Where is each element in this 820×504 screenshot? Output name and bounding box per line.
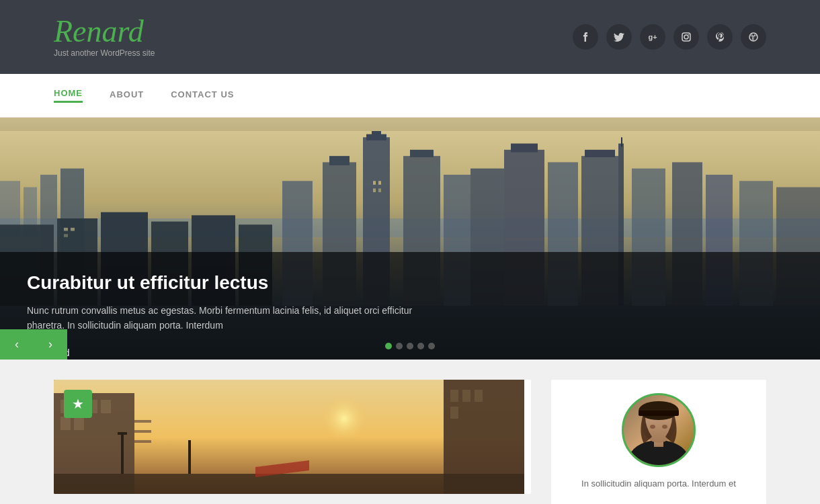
svg-rect-61 xyxy=(121,433,124,474)
sidebar-description: In sollicitudin aliquam porta. Interdum … xyxy=(565,477,753,491)
nav-home[interactable]: HOME xyxy=(54,88,83,103)
slider-prev-button[interactable]: ‹ xyxy=(0,329,34,360)
pinterest-icon[interactable] xyxy=(707,24,733,50)
svg-rect-25 xyxy=(585,150,615,157)
hero-title: Curabitur ut efficitur lectus xyxy=(27,272,793,294)
slider-dot-2[interactable] xyxy=(396,343,403,349)
nav-contact[interactable]: CONTACT US xyxy=(171,89,234,102)
svg-rect-72 xyxy=(639,411,679,416)
featured-badge: ★ xyxy=(64,390,92,418)
svg-rect-58 xyxy=(475,390,483,402)
slider-dot-5[interactable] xyxy=(428,343,435,349)
instagram-icon[interactable] xyxy=(673,24,699,50)
svg-rect-41 xyxy=(64,234,68,237)
slider-next-button[interactable]: › xyxy=(34,329,67,360)
hero-slider: Curabitur ut efficitur lectus Nunc rutru… xyxy=(0,118,820,360)
featured-post-card: ★ xyxy=(54,380,531,494)
site-tagline: Just another WordPress site xyxy=(54,48,155,58)
svg-point-47 xyxy=(296,386,376,467)
svg-rect-0 xyxy=(682,33,690,41)
svg-rect-22 xyxy=(511,144,538,153)
slider-dots xyxy=(385,343,435,349)
svg-point-74 xyxy=(662,425,667,429)
svg-rect-60 xyxy=(54,474,524,494)
site-logo[interactable]: Renard xyxy=(54,16,155,47)
svg-rect-44 xyxy=(373,188,376,192)
svg-rect-64 xyxy=(131,420,151,423)
svg-point-73 xyxy=(650,425,655,429)
sidebar-column: In sollicitudin aliquam porta. Interdum … xyxy=(551,380,766,504)
main-nav: HOME ABOUT CONTACT US xyxy=(0,74,820,118)
svg-rect-17 xyxy=(410,150,434,157)
svg-point-2 xyxy=(688,34,690,36)
google-plus-icon[interactable]: g+ xyxy=(640,24,665,50)
svg-point-1 xyxy=(684,35,688,39)
twitter-icon[interactable] xyxy=(606,24,632,50)
svg-rect-52 xyxy=(74,417,84,430)
svg-rect-56 xyxy=(450,390,458,402)
social-icons-bar: g+ xyxy=(573,24,766,50)
dribbble-icon[interactable] xyxy=(741,24,766,50)
slider-dot-4[interactable] xyxy=(417,343,424,349)
facebook-icon[interactable] xyxy=(573,24,598,50)
site-header: Renard Just another WordPress site g+ xyxy=(0,0,820,74)
svg-rect-62 xyxy=(118,432,127,435)
svg-rect-51 xyxy=(60,417,71,430)
svg-rect-63 xyxy=(188,440,191,474)
svg-rect-65 xyxy=(131,430,151,433)
slider-controls: ‹ › xyxy=(0,329,67,360)
svg-rect-54 xyxy=(101,400,111,413)
featured-icon: ★ xyxy=(72,396,84,412)
svg-rect-45 xyxy=(378,188,381,192)
svg-rect-27 xyxy=(621,137,622,146)
svg-rect-15 xyxy=(329,156,350,165)
svg-rect-39 xyxy=(64,228,68,231)
author-avatar xyxy=(622,393,696,467)
nav-about[interactable]: ABOUT xyxy=(110,89,144,102)
slider-dot-3[interactable] xyxy=(407,343,413,349)
svg-rect-57 xyxy=(462,390,470,402)
content-area: ★ xyxy=(0,360,820,504)
svg-rect-13 xyxy=(376,131,377,133)
author-widget: In sollicitudin aliquam porta. Interdum … xyxy=(551,380,766,504)
featured-image: ★ xyxy=(54,380,524,494)
logo-area: Renard Just another WordPress site xyxy=(54,16,155,58)
svg-rect-43 xyxy=(378,181,381,185)
svg-rect-66 xyxy=(131,440,151,443)
main-column: ★ xyxy=(54,380,531,504)
slider-dot-1[interactable] xyxy=(385,343,392,349)
svg-rect-42 xyxy=(373,181,376,185)
svg-rect-59 xyxy=(450,407,458,419)
svg-rect-40 xyxy=(71,228,75,231)
hero-description: Nunc rutrum convallis metus ac egestas. … xyxy=(27,303,430,333)
